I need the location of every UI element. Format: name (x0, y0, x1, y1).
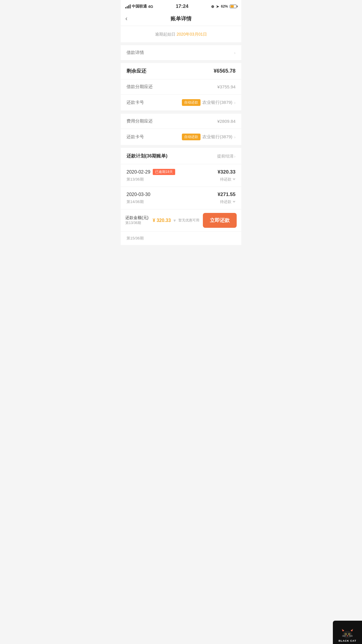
navigation-icon: ➤ (216, 4, 219, 9)
carrier-label: 中国联通 (132, 4, 147, 9)
battery-label: 62% (221, 4, 228, 8)
overdue-label: 逾期起始日 (155, 32, 175, 36)
status-right: ⊕ ➤ 62% (211, 4, 237, 9)
loan-installment-value: ¥3755.94 (217, 84, 236, 89)
partial-period-label: 第15/36期 (126, 236, 144, 240)
bottom-discount-label: 暂无优惠可用 (178, 218, 199, 223)
payment-bottom-1: 第13/36期 待还款 (126, 177, 236, 182)
triangle-icon-2 (233, 201, 236, 203)
status-left: 中国联通 4G (125, 4, 153, 9)
plan-title: 还款计划(36期账单) (126, 153, 167, 159)
loan-detail-section: 借款详情 › (121, 45, 241, 60)
loan-card-label: 还款卡号 (126, 100, 144, 105)
payment-row-2[interactable]: 2020-03-30 ¥271.55 第14/36期 待还款 (121, 187, 241, 209)
payment-amount-1: ¥320.33 (218, 169, 236, 175)
time-label: 17:24 (176, 4, 188, 9)
page-title: 账单详情 (171, 15, 191, 22)
remaining-row: 剩余应还 ¥6565.78 (121, 63, 241, 79)
back-button[interactable]: ‹ (125, 15, 127, 22)
loan-bank-name: 农业银行(3879) (202, 100, 232, 105)
chevron-right-icon-4: › (234, 154, 236, 159)
loan-card-value: 自动还款 农业银行(3879) › (182, 99, 236, 106)
pay-now-button[interactable]: 立即还款 (203, 213, 237, 228)
remaining-label: 剩余应还 (126, 68, 146, 74)
loan-detail-row[interactable]: 借款详情 › (121, 45, 241, 60)
bottom-amount-value: ¥ 320.33 (153, 218, 171, 223)
payment-date-1: 2020-02-29 (126, 169, 150, 175)
overdue-date: 2020年03月01日 (177, 32, 207, 36)
payment-period-2: 第14/36期 (126, 199, 144, 204)
payment-status-2: 待还款 (220, 199, 236, 204)
chevron-right-icon-3: › (234, 135, 236, 139)
remaining-value: ¥6565.78 (214, 68, 236, 74)
triangle-icon-1 (233, 178, 236, 180)
nav-bar: ‹ 账单详情 (121, 12, 241, 26)
loan-installment-row: 借款分期应还 ¥3755.94 (121, 79, 241, 94)
summary-section: 剩余应还 ¥6565.78 借款分期应还 ¥3755.94 还款卡号 自动还款 … (121, 63, 241, 145)
battery-icon (230, 5, 237, 8)
overdue-notice: 逾期起始日 2020年03月01日 (121, 26, 241, 42)
bottom-amount-section: ¥ 320.33 ▼ 暂无优惠可用 (153, 218, 199, 223)
inner-divider (121, 111, 241, 114)
payment-top-2: 2020-03-30 ¥271.55 (126, 192, 236, 197)
early-repayment-button[interactable]: 提前结清 › (217, 154, 236, 159)
chevron-right-icon-2: › (234, 100, 236, 105)
chevron-right-icon: › (234, 50, 236, 55)
payment-date-group-1: 2020-02-29 已逾期18天 (126, 169, 175, 175)
fee-card-row[interactable]: 还款卡号 自动还款 农业银行(3879) › (121, 129, 241, 145)
network-label: 4G (148, 4, 153, 9)
plan-header: 还款计划(36期账单) 提前结清 › (121, 148, 241, 164)
signal-icon (125, 4, 131, 8)
status-bar: 中国联通 4G 17:24 ⊕ ➤ 62% (121, 0, 241, 12)
auto-badge-2: 自动还款 (182, 134, 201, 140)
divider-3 (121, 145, 241, 148)
divider-2 (121, 60, 241, 63)
loan-card-row[interactable]: 还款卡号 自动还款 农业银行(3879) › (121, 94, 241, 111)
loan-installment-label: 借款分期应还 (126, 84, 153, 90)
payment-top-1: 2020-02-29 已逾期18天 ¥320.33 (126, 169, 236, 175)
payment-amount-2: ¥271.55 (218, 192, 236, 197)
bottom-period-label: 第13/36期 (125, 220, 153, 225)
auto-badge-1: 自动还款 (182, 99, 201, 106)
divider-1 (121, 42, 241, 45)
fee-installment-label: 费用分期应还 (126, 118, 153, 124)
chevron-down-icon[interactable]: ▼ (173, 218, 177, 223)
payment-row-1[interactable]: 2020-02-29 已逾期18天 ¥320.33 第13/36期 待还款 (121, 164, 241, 187)
payment-date-2: 2020-03-30 (126, 192, 150, 197)
bottom-amount-label: 还款金额(元) (125, 215, 153, 220)
payment-bottom-2: 第14/36期 待还款 (126, 199, 236, 204)
bottom-payment-bar: 还款金额(元) 第13/36期 ¥ 320.33 ▼ 暂无优惠可用 立即还款 (121, 209, 241, 231)
overdue-badge-1: 已逾期18天 (153, 169, 175, 175)
fee-bank-name: 农业银行(3879) (202, 134, 232, 140)
fee-installment-row: 费用分期应还 ¥2809.84 (121, 114, 241, 129)
fee-installment-value: ¥2809.84 (217, 119, 236, 124)
payment-period-1: 第13/36期 (126, 177, 144, 182)
bottom-info: 还款金额(元) 第13/36期 (125, 215, 153, 225)
location-icon: ⊕ (211, 4, 214, 9)
partial-period-row: 第15/36期 (121, 231, 241, 245)
loan-detail-label: 借款详情 (126, 50, 144, 55)
payment-status-1: 待还款 (220, 177, 236, 182)
fee-card-label: 还款卡号 (126, 134, 144, 140)
fee-card-value: 自动还款 农业银行(3879) › (182, 134, 236, 140)
